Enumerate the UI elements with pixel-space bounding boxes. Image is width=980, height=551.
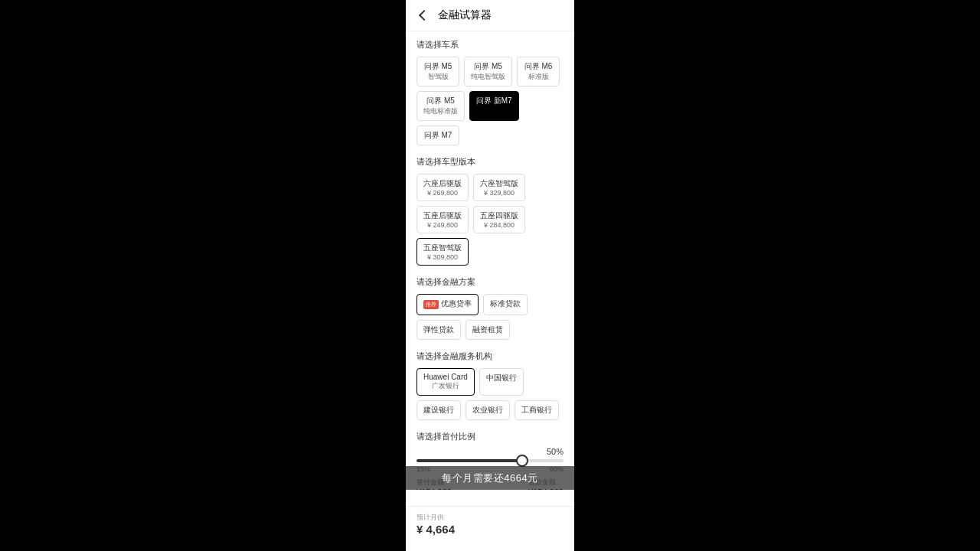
car-option-m5-smart[interactable]: 问界 M5 智驾版	[416, 57, 459, 86]
model-price: ¥ 329,800	[480, 189, 518, 197]
slider-thumb[interactable]	[516, 455, 528, 467]
back-arrow-icon	[419, 10, 430, 21]
institution-label: 建设银行	[423, 406, 454, 414]
car-option-new-m7[interactable]: 问界 新M7	[469, 91, 519, 121]
finance-label: 融资租赁	[472, 325, 503, 334]
page-title: 金融试算器	[438, 8, 492, 22]
model-price: ¥ 249,800	[423, 221, 462, 229]
model-5seat-rwd[interactable]: 五座后驱版 ¥ 249,800	[416, 206, 469, 233]
model-6seat-smart[interactable]: 六座智驾版 ¥ 329,800	[473, 174, 525, 201]
car-option-m7[interactable]: 问界 M7	[416, 126, 459, 145]
model-price: ¥ 284,800	[480, 221, 518, 229]
finance-plan-title: 请选择金融方案	[416, 276, 564, 288]
car-series-options: 问界 M5 智驾版 问界 M5 纯电智驾版 问界 M6 标准版 问界 M5 纯电…	[416, 57, 564, 145]
subtitle-text: 每个月需要还4664元	[442, 472, 537, 484]
model-6seat-rwd[interactable]: 六座后驱版 ¥ 269,800	[416, 174, 469, 201]
institution-label: 工商银行	[521, 406, 552, 414]
model-label: 六座后驱版	[423, 179, 462, 187]
finance-label: 弹性贷款	[423, 325, 454, 334]
model-5seat-smart[interactable]: 五座智驾版 ¥ 309,800	[416, 238, 469, 266]
car-option-label: 问界 M5	[426, 96, 455, 105]
institution-industrial-bank[interactable]: 工商银行	[514, 400, 559, 420]
institution-huawei-card[interactable]: Huawei Card 广发银行	[416, 368, 475, 396]
car-option-m6[interactable]: 问界 M6 标准版	[517, 57, 560, 86]
subtitle-overlay: 每个月需要还4664元	[406, 466, 574, 490]
institution-label: 农业银行	[472, 406, 503, 414]
institution-china-bank[interactable]: 中国银行	[479, 368, 524, 396]
car-option-label: 问界 M6	[524, 62, 553, 70]
finance-preferred-rate[interactable]: 推荐 优惠贷率	[416, 294, 479, 315]
down-payment-percentage: 50%	[416, 447, 564, 456]
car-series-section: 请选择车系 问界 M5 智驾版 问界 M5 纯电智驾版 问界 M6 标准版 问界…	[416, 39, 564, 145]
finance-label: 标准贷款	[490, 299, 521, 308]
institution-label: 中国银行	[486, 373, 517, 382]
recommended-badge: 推荐	[423, 300, 439, 309]
model-price: ¥ 269,800	[423, 189, 462, 197]
slider-fill	[416, 459, 522, 462]
scroll-content: 请选择车系 问界 M5 智驾版 问界 M5 纯电智驾版 问界 M6 标准版 问界…	[406, 31, 574, 490]
down-payment-title: 请选择首付比例	[416, 431, 564, 442]
finance-flexible-loan[interactable]: 弹性贷款	[416, 320, 461, 340]
bottom-bar: 预计月供 ¥ 4,664	[406, 506, 574, 551]
car-option-sub: 标准版	[524, 72, 553, 82]
model-5seat-awd[interactable]: 五座四驱版 ¥ 284,800	[473, 206, 525, 233]
model-label: 六座智驾版	[480, 179, 518, 187]
car-option-m5-ev[interactable]: 问界 M5 纯电智驾版	[464, 57, 512, 86]
finance-standard-loan[interactable]: 标准贷款	[483, 294, 528, 315]
institution-section: 请选择金融服务机构 Huawei Card 广发银行 中国银行 建设银行 农业银…	[416, 350, 564, 420]
monthly-label: 预计月供	[416, 513, 564, 523]
model-label: 五座四驱版	[480, 211, 518, 220]
institution-agricultural-bank[interactable]: 农业银行	[466, 400, 510, 420]
institution-construction-bank[interactable]: 建设银行	[416, 400, 461, 420]
model-label: 五座智驾版	[423, 243, 462, 252]
car-option-label: 问界 新M7	[476, 96, 512, 105]
car-option-sub: 纯电标准版	[423, 106, 458, 116]
car-option-sub: 纯电智驾版	[471, 72, 505, 82]
institution-label: Huawei Card	[423, 373, 468, 381]
monthly-value: ¥ 4,664	[416, 523, 564, 536]
model-version-section: 请选择车型版本 六座后驱版 ¥ 269,800 六座智驾版 ¥ 329,800 …	[416, 156, 564, 266]
model-price: ¥ 309,800	[423, 253, 462, 261]
car-option-label: 问界 M5	[474, 62, 502, 70]
finance-leasing[interactable]: 融资租赁	[466, 320, 510, 340]
car-option-m5-ev-std[interactable]: 问界 M5 纯电标准版	[416, 91, 465, 121]
car-series-title: 请选择车系	[416, 39, 564, 51]
header: 金融试算器	[406, 0, 574, 31]
car-option-sub: 智驾版	[423, 72, 452, 82]
car-option-label: 问界 M7	[424, 131, 452, 139]
institution-sub: 广发银行	[423, 381, 468, 391]
car-option-label: 问界 M5	[424, 62, 452, 70]
model-version-options: 六座后驱版 ¥ 269,800 六座智驾版 ¥ 329,800 五座后驱版 ¥ …	[416, 174, 564, 266]
back-button[interactable]	[416, 8, 432, 23]
slider-track	[416, 459, 564, 462]
model-label: 五座后驱版	[423, 211, 462, 220]
institution-options: Huawei Card 广发银行 中国银行 建设银行 农业银行 工商银行	[416, 368, 564, 420]
institution-title: 请选择金融服务机构	[416, 350, 564, 362]
finance-plan-options: 推荐 优惠贷率 标准贷款 弹性贷款 融资租赁	[416, 294, 564, 340]
finance-label: 优惠贷率	[441, 299, 472, 308]
model-version-title: 请选择车型版本	[416, 156, 564, 168]
phone-container: 金融试算器 请选择车系 问界 M5 智驾版 问界 M5 纯电智驾版 问界 M6 …	[406, 0, 574, 551]
finance-plan-section: 请选择金融方案 推荐 优惠贷率 标准贷款 弹性贷款 融资租赁	[416, 276, 564, 340]
